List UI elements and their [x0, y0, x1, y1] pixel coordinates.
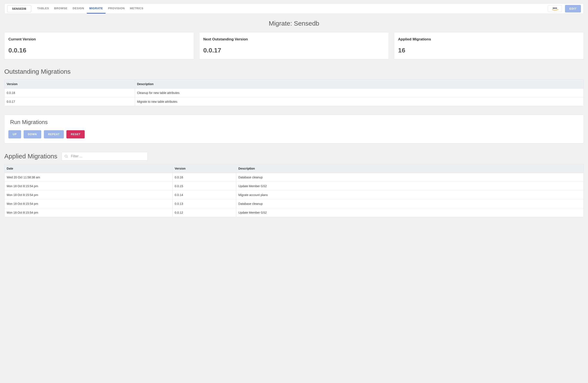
up-button[interactable]: UP — [8, 130, 21, 138]
cell-date: Mon 18 Oct 8:15:54 pm — [4, 182, 172, 191]
search-icon — [64, 154, 68, 158]
cell-description: Update Member GS2 — [236, 182, 584, 191]
card-label: Applied Migrations — [398, 37, 580, 42]
page-title: Migrate: Sensedb — [0, 20, 588, 27]
nav-metrics[interactable]: METRICS — [127, 4, 146, 14]
col-header-date[interactable]: Date — [4, 164, 172, 173]
nav-browse[interactable]: BROWSE — [52, 4, 70, 14]
table-row[interactable]: 0.0.18Cleanup for new table attributes — [4, 88, 584, 97]
nav-provision[interactable]: PROVISION — [105, 4, 127, 14]
cell-date: Mon 18 Oct 8:15:54 pm — [4, 208, 172, 217]
cell-version: 0.0.17 — [4, 97, 135, 106]
cell-description: Migrate account plans — [236, 191, 584, 199]
database-name-badge[interactable]: SENSEDB — [7, 5, 31, 12]
col-header-description[interactable]: Description — [236, 164, 584, 173]
card-value: 0.0.16 — [8, 47, 190, 54]
cell-date: Wed 20 Oct 11:58:38 am — [4, 173, 172, 182]
table-row[interactable]: Mon 18 Oct 8:15:54 pm0.0.14Migrate accou… — [4, 191, 584, 199]
col-header-description[interactable]: Description — [135, 80, 584, 88]
main-nav: TABLES BROWSE DESIGN MIGRATE PROVISION M… — [35, 4, 146, 14]
card-applied-count: Applied Migrations 16 — [394, 32, 584, 59]
card-next-outstanding: Next Outstanding Version 0.0.17 — [199, 32, 389, 59]
run-buttons-row: UP DOWN REPEAT RESET — [8, 130, 580, 138]
cell-description: Cleanup for new table attributes — [135, 88, 584, 97]
applied-migrations-table: Date Version Description Wed 20 Oct 11:5… — [4, 164, 584, 217]
table-row[interactable]: 0.0.17Migrate to new table attributes — [4, 97, 584, 106]
svg-text:aws: aws — [553, 7, 557, 9]
table-row[interactable]: Mon 18 Oct 8:15:54 pm0.0.13Database clea… — [4, 199, 584, 208]
svg-point-1 — [65, 155, 67, 157]
aws-provider-badge[interactable]: aws — [548, 5, 562, 12]
outstanding-migrations-heading: Outstanding Migrations — [4, 68, 584, 75]
nav-design[interactable]: DESIGN — [70, 4, 87, 14]
card-current-version: Current Version 0.0.16 — [4, 32, 194, 59]
nav-tables[interactable]: TABLES — [35, 4, 52, 14]
summary-cards: Current Version 0.0.16 Next Outstanding … — [4, 32, 584, 59]
cell-date: Mon 18 Oct 8:15:54 pm — [4, 199, 172, 208]
filter-wrap — [62, 152, 148, 161]
table-row[interactable]: Wed 20 Oct 11:58:38 am0.0.16Database cle… — [4, 173, 584, 182]
top-nav-bar: SENSEDB TABLES BROWSE DESIGN MIGRATE PRO… — [4, 3, 584, 14]
cell-description: Database cleanup — [236, 173, 584, 182]
edit-button[interactable]: EDIT — [565, 5, 581, 12]
cell-version: 0.0.12 — [172, 208, 236, 217]
card-value: 16 — [398, 47, 580, 54]
nav-migrate[interactable]: MIGRATE — [87, 4, 105, 14]
aws-logo-icon: aws — [551, 6, 559, 11]
cell-version: 0.0.16 — [172, 173, 236, 182]
cell-version: 0.0.13 — [172, 199, 236, 208]
down-button[interactable]: DOWN — [24, 130, 41, 138]
outstanding-migrations-table: Version Description 0.0.18Cleanup for ne… — [4, 80, 584, 106]
table-row[interactable]: Mon 18 Oct 8:15:54 pm0.0.15Update Member… — [4, 182, 584, 191]
run-migrations-panel: Run Migrations UP DOWN REPEAT RESET — [4, 115, 584, 143]
run-migrations-heading: Run Migrations — [10, 119, 580, 126]
repeat-button[interactable]: REPEAT — [44, 130, 64, 138]
svg-line-2 — [67, 157, 67, 158]
cell-version: 0.0.18 — [4, 88, 135, 97]
applied-migrations-header: Applied Migrations — [4, 152, 584, 161]
reset-button[interactable]: RESET — [66, 130, 85, 138]
card-value: 0.0.17 — [203, 47, 385, 54]
applied-migrations-heading: Applied Migrations — [4, 153, 57, 160]
cell-description: Database cleanup — [236, 199, 584, 208]
col-header-version[interactable]: Version — [4, 80, 135, 88]
cell-description: Update Member GS2 — [236, 208, 584, 217]
cell-version: 0.0.15 — [172, 182, 236, 191]
card-label: Current Version — [8, 37, 190, 42]
col-header-version[interactable]: Version — [172, 164, 236, 173]
filter-input[interactable] — [62, 152, 148, 161]
table-row[interactable]: Mon 18 Oct 8:15:54 pm0.0.12Update Member… — [4, 208, 584, 217]
cell-date: Mon 18 Oct 8:15:54 pm — [4, 191, 172, 199]
cell-description: Migrate to new table attributes — [135, 97, 584, 106]
card-label: Next Outstanding Version — [203, 37, 385, 42]
cell-version: 0.0.14 — [172, 191, 236, 199]
